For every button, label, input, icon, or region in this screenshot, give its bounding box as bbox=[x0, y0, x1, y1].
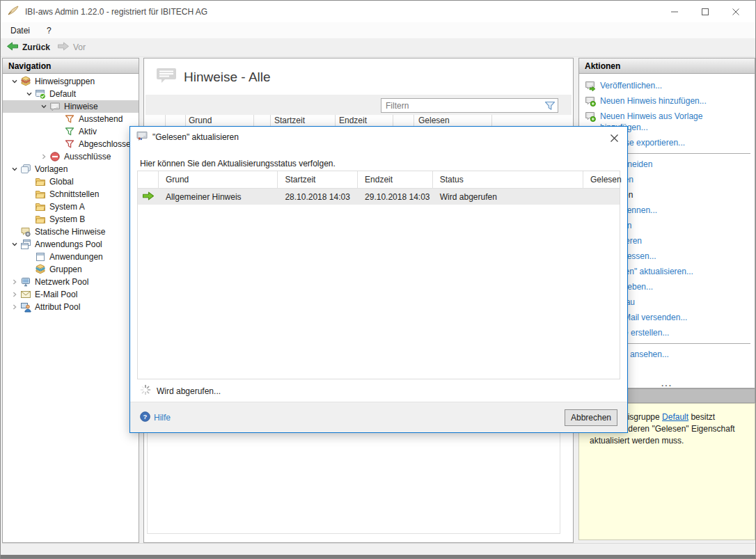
row-endzeit: 29.10.2018 14:03 bbox=[358, 192, 433, 202]
note-add-icon bbox=[585, 111, 596, 122]
title-bar: IBI-aws Admin 1.22.0 - registriert für I… bbox=[1, 1, 755, 22]
dialog-close-icon[interactable] bbox=[608, 132, 620, 144]
chevron-right-icon[interactable] bbox=[8, 276, 20, 288]
folder-icon bbox=[35, 176, 46, 187]
hinweise-heading-icon bbox=[156, 67, 177, 87]
nav-item-anwendungen[interactable]: Anwendungen bbox=[3, 251, 139, 263]
back-button[interactable]: Zurück bbox=[6, 41, 50, 54]
nav-item-label: System A bbox=[49, 202, 85, 212]
tree-arrow-spacer bbox=[52, 139, 64, 150]
hinweise-table-header: Grund Startzeit Endzeit Gelesen bbox=[145, 115, 572, 127]
nav-item-netzwerk-pool[interactable]: Netzwerk Pool bbox=[3, 276, 139, 288]
column-gelesen[interactable]: Gelesen bbox=[418, 116, 450, 125]
nav-item-hinweise[interactable]: Hinweise bbox=[3, 100, 139, 113]
dialog-column-endzeit[interactable]: Endzeit bbox=[358, 171, 433, 188]
mail-icon bbox=[20, 289, 31, 300]
nav-item-label: Aktiv bbox=[79, 127, 97, 136]
chevron-down-icon[interactable] bbox=[8, 76, 20, 87]
help-link[interactable]: ? Hilfe bbox=[140, 411, 171, 424]
minimize-button[interactable] bbox=[659, 1, 690, 22]
nav-item-abgeschlossen[interactable]: Abgeschlossen bbox=[3, 138, 139, 150]
back-label: Zurück bbox=[22, 42, 50, 52]
close-button[interactable] bbox=[720, 1, 751, 22]
navigation-tree: HinweisgruppenDefaultHinweiseAusstehendA… bbox=[3, 75, 139, 542]
chevron-right-icon[interactable] bbox=[8, 289, 20, 300]
note-publish-icon bbox=[585, 80, 596, 91]
row-startzeit: 28.10.2018 14:03 bbox=[278, 192, 358, 202]
nav-item-label: Anwendungen bbox=[49, 252, 103, 262]
dialog-column-icon[interactable] bbox=[138, 171, 159, 188]
nav-item-label: Statische Hinweise bbox=[35, 227, 105, 237]
static-note-icon bbox=[20, 226, 31, 237]
chevron-down-icon[interactable] bbox=[38, 101, 49, 112]
filter-funnel-icon[interactable] bbox=[542, 101, 558, 111]
nav-item-label: Abgeschlossen bbox=[79, 139, 135, 149]
filter-input-wrap bbox=[381, 98, 558, 113]
monitor-check-icon bbox=[35, 88, 46, 100]
dialog-column-grund[interactable]: Grund bbox=[159, 171, 278, 188]
action-neuen-hinweis-hinzufügen[interactable]: Neuen Hinweis hinzufügen... bbox=[583, 93, 752, 109]
nav-item-vorlagen[interactable]: Vorlagen bbox=[3, 163, 139, 175]
chevron-down-icon[interactable] bbox=[8, 164, 20, 175]
filter-input[interactable] bbox=[381, 100, 542, 111]
nav-item-global[interactable]: Global bbox=[3, 175, 139, 188]
row-status-cell bbox=[138, 191, 159, 203]
note-add-icon bbox=[585, 95, 596, 107]
nav-item-schnittstellen[interactable]: Schnittstellen bbox=[3, 188, 139, 200]
dialog-title: "Gelesen" aktualisieren bbox=[152, 132, 239, 142]
exclude-icon bbox=[49, 151, 61, 162]
dialog-column-startzeit[interactable]: Startzeit bbox=[278, 171, 358, 188]
chevron-right-icon[interactable] bbox=[8, 301, 20, 313]
forward-label: Vor bbox=[73, 42, 86, 52]
nav-item-label: Hinweisgruppen bbox=[35, 77, 95, 86]
menu-item-datei[interactable]: Datei bbox=[3, 24, 37, 38]
nav-item-system-a[interactable]: System A bbox=[3, 200, 139, 213]
chevron-down-icon[interactable] bbox=[8, 239, 20, 250]
spinner-icon bbox=[140, 384, 151, 397]
default-group-link[interactable]: Default bbox=[662, 412, 688, 422]
nav-item-e-mail-pool[interactable]: E-Mail Pool bbox=[3, 288, 139, 301]
column-grund[interactable]: Grund bbox=[189, 116, 212, 125]
nav-item-label: Schnittstellen bbox=[49, 189, 99, 199]
dialog-table-row[interactable]: Allgemeiner Hinweis28.10.2018 14:0329.10… bbox=[138, 189, 620, 205]
tree-arrow-spacer bbox=[23, 264, 35, 275]
column-endzeit[interactable]: Endzeit bbox=[339, 116, 367, 125]
tree-arrow-spacer bbox=[23, 201, 35, 212]
column-startzeit[interactable]: Startzeit bbox=[274, 116, 305, 125]
nav-item-label: Ausstehend bbox=[79, 114, 123, 124]
nav-item-label: Anwendungs Pool bbox=[35, 239, 102, 249]
nav-item-label: Global bbox=[49, 177, 74, 187]
nav-item-statische-hinweise[interactable]: Statische Hinweise bbox=[3, 226, 139, 238]
nav-item-hinweisgruppen[interactable]: Hinweisgruppen bbox=[3, 75, 139, 88]
nav-item-ausstehend[interactable]: Ausstehend bbox=[3, 113, 139, 125]
dialog-column-status[interactable]: Status bbox=[433, 171, 583, 188]
nav-item-gruppen[interactable]: Gruppen bbox=[3, 263, 139, 276]
nav-item-system-b[interactable]: System B bbox=[3, 213, 139, 226]
forward-arrow-icon bbox=[57, 41, 70, 54]
forward-button[interactable]: Vor bbox=[57, 41, 86, 54]
nav-item-label: Ausschlüsse bbox=[64, 152, 111, 162]
nav-item-default[interactable]: Default bbox=[3, 88, 139, 100]
cancel-button[interactable]: Abbrechen bbox=[565, 409, 617, 426]
chevron-right-icon[interactable] bbox=[38, 151, 49, 162]
menu-item-help[interactable]: ? bbox=[40, 24, 58, 38]
progress-status: Wird abgerufen... bbox=[140, 384, 221, 397]
nav-item-anwendungs-pool[interactable]: Anwendungs Pool bbox=[3, 238, 139, 251]
action-veröffentlichen[interactable]: Veröffentlichen... bbox=[583, 78, 752, 93]
maximize-button[interactable] bbox=[690, 1, 720, 22]
dialog-footer: ? Hilfe Abbrechen bbox=[130, 402, 627, 432]
navigation-panel: Navigation HinweisgruppenDefaultHinweise… bbox=[2, 58, 139, 543]
chevron-down-icon[interactable] bbox=[23, 88, 35, 100]
tree-arrow-spacer bbox=[23, 214, 35, 225]
tree-arrow-spacer bbox=[52, 126, 64, 137]
dialog-table-header: GrundStartzeitEndzeitStatusGelesen bbox=[138, 171, 620, 189]
window-controls bbox=[659, 1, 751, 22]
nav-item-ausschlüsse[interactable]: Ausschlüsse bbox=[3, 150, 139, 163]
tree-arrow-spacer bbox=[8, 226, 20, 237]
nav-item-attribut-pool[interactable]: Attribut Pool bbox=[3, 301, 139, 313]
toolbar: Zurück Vor bbox=[1, 38, 755, 57]
dialog-column-gelesen[interactable]: Gelesen bbox=[583, 171, 620, 188]
gelesen-aktualisieren-dialog: "Gelesen" aktualisieren Hier können Sie … bbox=[129, 126, 628, 433]
nav-item-aktiv[interactable]: Aktiv bbox=[3, 125, 139, 138]
app-window: IBI-aws Admin 1.22.0 - registriert für I… bbox=[0, 0, 756, 559]
